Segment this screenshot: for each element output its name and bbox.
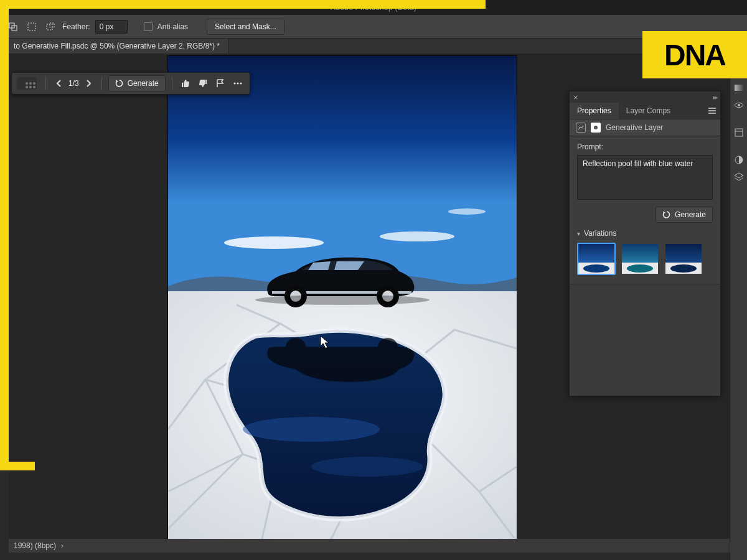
brand-frame-left [0,0,9,470]
layers-panel-icon[interactable] [733,172,745,183]
new-selection-icon[interactable] [25,20,39,34]
right-panel-strip [730,39,747,560]
variation-thumbnails [577,243,713,275]
divider [172,77,172,90]
tab-properties-label: Properties [577,106,611,115]
variation-pager: 1/3 [67,79,80,88]
document-image [168,56,517,541]
feather-label: Feather: [62,22,90,31]
panel-generate-label: Generate [675,210,706,219]
antialias-label: Anti-alias [157,22,188,31]
panel-menu-icon[interactable] [704,107,720,114]
generate-button[interactable]: Generate [108,75,166,91]
panel-tabs: Properties Layer Comps [570,103,720,119]
variations-header[interactable]: ▾ Variations [577,229,713,238]
drag-handle-icon[interactable] [17,77,37,90]
divider [101,77,102,90]
generative-task-bar[interactable]: 1/3 Generate [11,72,250,95]
brand-frame-corner [9,462,35,470]
thumbs-down-button[interactable] [196,77,210,90]
variation-thumb-3[interactable] [664,243,703,275]
svg-point-6 [224,236,324,249]
svg-point-15 [255,295,430,305]
prompt-label: Prompt: [577,142,713,151]
generate-icon [662,210,671,219]
properties-panel: × ▸▸ Properties Layer Comps Generative L… [569,91,721,396]
options-bar: Feather: 0 px Anti-alias Select and Mask… [0,15,747,39]
disclosure-triangle-icon: ▾ [577,230,580,237]
brand-logo-text: DNA [664,38,725,72]
feather-input[interactable]: 0 px [95,20,128,34]
more-options-button[interactable] [231,77,245,90]
tab-properties[interactable]: Properties [570,103,619,119]
prev-variation-button[interactable] [52,77,66,90]
brand-badge: DNA [642,31,747,78]
svg-point-7 [380,231,454,241]
svg-rect-29 [735,85,743,91]
svg-point-37 [594,126,598,129]
variations-label: Variations [584,229,616,238]
brand-frame-top [0,0,486,9]
close-icon[interactable]: × [573,93,578,102]
add-selection-icon[interactable] [44,20,57,34]
svg-point-19 [311,457,423,477]
antialias-checkbox[interactable] [144,22,153,31]
document-tab[interactable]: to Generative Fill.psdc @ 50% (Generativ… [9,39,229,54]
select-and-mask-label: Select and Mask... [215,22,276,31]
svg-rect-31 [735,129,743,136]
panel-generate-button[interactable]: Generate [655,207,713,223]
generate-label: Generate [128,79,159,88]
svg-point-16 [286,338,306,356]
prompt-input[interactable] [577,155,713,200]
svg-point-30 [738,104,740,106]
thumbs-up-button[interactable] [179,77,192,90]
document-tab-title: to Generative Fill.psdc @ 50% (Generativ… [14,42,220,50]
svg-point-8 [448,208,486,215]
svg-point-21 [237,82,238,84]
document-tabs: to Generative Fill.psdc @ 50% (Generativ… [9,39,747,54]
patterns-panel-icon[interactable] [733,100,745,111]
svg-point-18 [243,417,380,442]
panel-layer-header: Generative Layer [570,119,720,136]
next-variation-button[interactable] [82,77,95,90]
status-bar: 1998) (8bpc) › [9,539,730,553]
adjustments-panel-icon[interactable] [733,154,745,166]
divider [45,77,46,90]
svg-point-17 [378,338,398,356]
variation-thumb-1[interactable] [577,243,616,275]
tab-layer-comps[interactable]: Layer Comps [619,103,678,119]
svg-point-22 [240,82,242,84]
libraries-panel-icon[interactable] [733,127,745,138]
variation-thumb-2[interactable] [621,243,659,275]
layer-type-label: Generative Layer [606,123,663,132]
feather-value: 0 px [100,22,114,31]
flag-button[interactable] [214,77,227,90]
panel-empty-area [570,284,720,396]
panel-titlebar[interactable]: × ▸▸ [570,91,720,103]
status-text: 1998) (8bpc) [14,541,56,550]
generate-icon [115,79,124,88]
status-disclosure-icon[interactable]: › [61,541,63,550]
select-and-mask-button[interactable]: Select and Mask... [207,19,284,35]
collapse-icon[interactable]: ▸▸ [713,93,716,101]
tab-layer-comps-label: Layer Comps [626,106,670,115]
layer-type-icon [576,123,586,133]
gradients-panel-icon[interactable] [733,82,745,93]
mask-icon [591,123,601,133]
svg-point-20 [233,82,235,84]
svg-rect-2 [28,23,35,30]
